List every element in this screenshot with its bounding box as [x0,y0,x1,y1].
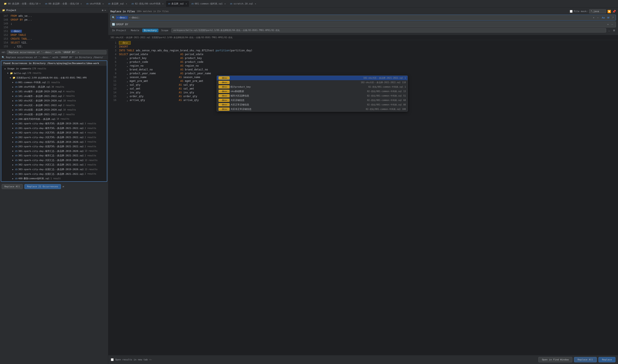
file-302b[interactable]: ▶ 🗃 302-spark-city-day-大区汇总--多品牌-2021-20… [1,162,107,167]
file-201b[interactable]: ▶ 🗃 201-spark-city-day-城市尺码--多品牌-2021-20… [1,126,107,131]
file-303b[interactable]: ▶ 🗃 303-spark-city-day-全国汇总--多品牌-2021-20… [1,172,107,177]
project-tab[interactable]: 📁 00-多品牌--全量--优化/10 ▼ [2,1,43,7]
file-100-icon: 🗃 [15,85,17,89]
scope-module[interactable]: Module [129,29,141,32]
file-202a[interactable]: ▶ 🗃 202-spark-city-day-大区尺码--多品牌-2019-20… [1,130,107,135]
tab-1-close[interactable]: × [81,3,82,5]
tab-1[interactable]: 🗃 00-多品牌--全量--优化/10 × [43,1,84,7]
file-400[interactable]: ▶ 🗃 400-删除common临时表.sql 1 result [1,176,107,181]
scope-in-project[interactable]: In Project [110,29,128,32]
tab-2-label: sku中间表 [90,2,101,5]
tab-7-label: scratch.10.sql [233,2,253,5]
tab-6-close[interactable]: × [224,3,226,5]
file-200[interactable]: ▶ 🗃 200-城市尺码中间表--多品牌.sql 18 results [1,117,107,122]
replace-all-button[interactable]: Replace All [2,184,23,189]
spark-group[interactable]: ▼ 📁 百恩图Spark2.3/09-多品牌鞋类/04-优化--全量/03-BS… [1,76,107,80]
replace-panel-title: Replace in Files 100+ matches in 21+ fil… [110,10,169,13]
result-item-7[interactable]: --desc: 大区非正常店铺信息 02-优化/001-common-中间表.s… [217,107,408,111]
file-201b-icon: 🗃 [15,126,17,130]
scope-settings-btn[interactable]: ... [607,29,611,32]
search-magnifier-icon: 🔍 [112,16,115,19]
clear-replace-btn[interactable]: × [606,23,609,26]
file-301a[interactable]: ▶ 🗃 301-spark-city-day-城市汇总--多品牌-2019-20… [1,149,107,154]
project-dropdown-icon[interactable]: ▼ [39,2,41,5]
clear-search-btn[interactable]: × [592,16,595,19]
scope-directory[interactable]: Directory [142,29,158,32]
search-input[interactable] [129,16,591,19]
file-203b[interactable]: ▶ 🗃 203-spark-city-day-全国尺码--多品牌-2021-20… [1,144,107,149]
tab-5[interactable]: 🗃 多品牌_sql × [166,1,189,7]
file-001[interactable]: ▶ 🗃 001-common-中间表.sql 21 results [1,80,107,85]
open-new-tab-checkbox[interactable] [111,358,114,361]
file-100[interactable]: ▶ 🗃 100-sku中间表--多品牌.sql 30 results [1,85,107,89]
tab-7-icon: 🗃 [230,2,232,5]
result-item-4[interactable]: --desc: 城市大区品牌信息 02-优化/001-common-中间表.sq… [217,93,408,98]
find-bar-text[interactable]: Replace occurrences of '--desc:' with 'G… [7,50,106,54]
match-case-btn[interactable]: Aa [601,16,605,19]
tab-4[interactable]: 🗃 02-优化/00-sku中间表 × [130,1,166,7]
result-item-6[interactable]: --desc: 大区正常店铺信息 02-优化/001-common-中间表.sq… [217,103,408,107]
result-item-0[interactable]: --desc: 102-sku大区--多品牌-2021-2022.sql 1 [217,76,408,80]
replace-input-row[interactable]: 🔄 × ← [110,21,616,27]
tab-2[interactable]: 🗃 sku中间表 × [84,1,106,7]
result-item-5[interactable]: --desc: 大区店铺信息 02-优化/001-common-中间表.sql … [217,98,408,103]
file-303a[interactable]: ▶ 🗃 303-spark-city-day-全国汇总--多品牌-2019-20… [1,167,107,172]
file-302a[interactable]: ▶ 🗃 302-spark-city-day-大区汇总--多品牌-2019-20… [1,158,107,163]
file-mask-label: File mask: [574,10,588,13]
file-101a[interactable]: ▶ 🗃 101-sku城市--多品牌-2019-2020.sql 4 resul… [1,89,107,94]
tab-4-close[interactable]: × [162,3,163,5]
replace-input[interactable] [116,23,606,26]
tab-2-close[interactable]: × [103,3,104,5]
replace-icon: 🔄 [112,23,115,26]
find-bar-close[interactable]: × [78,51,79,54]
file-101b[interactable]: ▶ 🗃 101-sku城市--多品牌-2021-2022.sql 2 resul… [1,94,107,99]
tab-7-close[interactable]: × [255,3,256,5]
share-icon[interactable]: ⇄ [63,185,64,188]
tab-5-icon: 🗃 [168,2,170,5]
pin-icon[interactable]: 📌 [612,10,616,13]
tab-3[interactable]: 🗃 多品牌_sql × [106,1,129,7]
filter-icon[interactable]: 🔽 [607,10,611,13]
file-202b[interactable]: ▶ 🗃 202-spark-city-day-大区尺码--多品牌-2021-20… [1,135,107,140]
tab-6[interactable]: 🗃 001-common-临时表.sql × [190,1,228,7]
result-item-1[interactable]: --desc: 102-sku大区--多品牌-2021-2022.sql 118 [217,80,408,85]
sidebar-minimize-icon[interactable]: − [105,9,106,12]
scope-grid-btn[interactable]: ⊞ [612,29,616,32]
replace-all-action-btn[interactable]: Replace All [574,357,597,362]
tab-3-close[interactable]: × [126,3,127,5]
replace-arrow-btn[interactable]: ← [610,23,614,26]
file-201a[interactable]: ▶ 🗃 201-spark-city-day-城市尺码--多品牌-2019-20… [1,121,107,126]
tab-2-icon: 🗃 [86,2,89,5]
file-mask-input[interactable] [589,9,606,13]
bg-code-151: 151 --desc: [0,29,108,33]
file-301b[interactable]: ▶ 🗃 301-spark-city-day-城市汇总--多品牌-2021-20… [1,153,107,158]
whole-word-btn[interactable]: W [606,16,610,19]
file-101a-icon: 🗃 [15,90,17,93]
code-line-6: 6 , product_code AS product_code [108,60,618,64]
file-103b[interactable]: ▶ 🗃 103-sku全国--多品牌-2021-2022.sql 2 resul… [1,112,107,117]
file-102b[interactable]: ▶ 🗃 102-sku大区--多品牌-2021-2022.sql 2 resul… [1,103,107,108]
usage-in-comments[interactable]: ▶ Usage in comments 178 results [1,66,107,71]
code-line-3: 3 INTO TABLE ads_sense_rep.ads_day_regio… [108,49,618,52]
regex-btn[interactable]: .* [611,16,614,19]
belle-sql-group[interactable]: ▼ 📁 belle-sql 178 results [1,71,107,76]
scope-scope[interactable]: Scope [160,29,170,32]
result-item-2[interactable]: --desc: 统计product_key 02-优化/001-common-中… [217,85,408,89]
tab-7[interactable]: 🗃 scratch.10.sql × [228,1,258,7]
search-input-row[interactable]: 🔍 --desc: × ← Aa W .* [110,15,616,21]
sidebar-title-icon: 📁 [2,9,5,12]
code-line-1: 1 --desc: [108,41,618,45]
file-103a-icon: 🗃 [15,108,17,112]
result-item-3[interactable]: --desc: sku基础数据 02-优化/001-common-中间表.sql… [217,89,408,93]
file-203a[interactable]: ▶ 🗃 203-spark-city-day-全国尺码--多品牌-2019-20… [1,140,107,144]
spark-folder-icon: 📁 [13,76,15,80]
sidebar-settings-icon[interactable]: ⚙ [102,9,103,12]
tab-5-close[interactable]: × [186,3,187,5]
open-find-window-btn[interactable]: Open in Find Window [538,357,572,362]
file-103a[interactable]: ▶ 🗃 103-sku全国--多品牌-2019-2020.sql 18 resu… [1,107,107,112]
file-102a[interactable]: ▶ 🗃 102-sku大区--多品牌-2019-2020.sql 18 resu… [1,98,107,103]
file-mask-checkbox[interactable] [570,10,573,13]
prev-match-btn[interactable]: ← [596,16,600,19]
replace-action-btn[interactable]: Replace [598,357,616,362]
replace-occurrences-button[interactable]: Replace 21 Occurrences [24,184,61,189]
